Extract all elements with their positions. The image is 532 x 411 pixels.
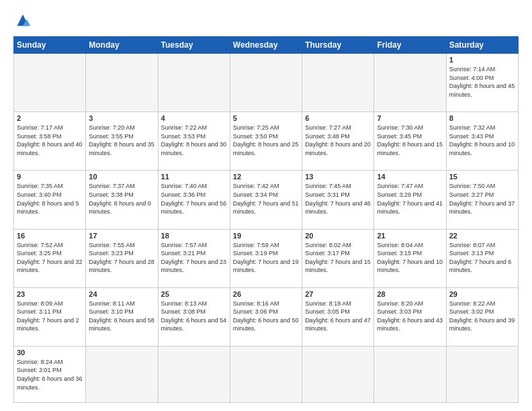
- day-number: 3: [89, 114, 154, 122]
- day-number: 12: [233, 173, 299, 181]
- day-number: 2: [17, 114, 83, 122]
- calendar-cell: 13Sunrise: 7:45 AMSunset: 3:31 PMDayligh…: [302, 171, 374, 229]
- weekday-header-tuesday: Tuesday: [158, 37, 230, 54]
- calendar-cell: 24Sunrise: 8:11 AMSunset: 3:10 PMDayligh…: [86, 287, 158, 346]
- weekday-header-wednesday: Wednesday: [230, 37, 302, 54]
- day-info: Sunrise: 7:42 AMSunset: 3:34 PMDaylight:…: [233, 182, 299, 216]
- calendar-week-row: 1Sunrise: 7:14 AMSunset: 4:00 PMDaylight…: [14, 54, 519, 112]
- calendar-week-row: 23Sunrise: 8:09 AMSunset: 3:11 PMDayligh…: [14, 287, 519, 346]
- day-number: 21: [377, 232, 443, 240]
- day-number: 30: [17, 349, 83, 357]
- day-info: Sunrise: 8:11 AMSunset: 3:10 PMDaylight:…: [89, 300, 154, 333]
- day-number: 4: [161, 114, 227, 122]
- day-info: Sunrise: 7:52 AMSunset: 3:25 PMDaylight:…: [17, 241, 83, 275]
- page: SundayMondayTuesdayWednesdayThursdayFrid…: [0, 0, 532, 411]
- logo-icon: [13, 11, 32, 30]
- calendar-cell: [446, 346, 518, 402]
- calendar-cell: [374, 54, 446, 112]
- calendar-cell: 15Sunrise: 7:50 AMSunset: 3:27 PMDayligh…: [446, 171, 518, 229]
- calendar-cell: 9Sunrise: 7:35 AMSunset: 3:40 PMDaylight…: [14, 171, 86, 229]
- calendar-cell: 2Sunrise: 7:17 AMSunset: 3:58 PMDaylight…: [14, 112, 86, 171]
- calendar-cell: 16Sunrise: 7:52 AMSunset: 3:25 PMDayligh…: [14, 229, 86, 287]
- calendar-cell: [86, 346, 158, 402]
- logo: [13, 11, 35, 30]
- day-info: Sunrise: 8:16 AMSunset: 3:06 PMDaylight:…: [233, 300, 299, 333]
- day-number: 22: [449, 232, 515, 240]
- weekday-header-monday: Monday: [86, 37, 158, 54]
- calendar-cell: [86, 54, 158, 112]
- day-info: Sunrise: 7:17 AMSunset: 3:58 PMDaylight:…: [17, 124, 83, 157]
- day-number: 24: [89, 290, 154, 298]
- day-info: Sunrise: 7:27 AMSunset: 3:48 PMDaylight:…: [305, 124, 371, 157]
- calendar-cell: 12Sunrise: 7:42 AMSunset: 3:34 PMDayligh…: [230, 171, 302, 229]
- calendar-cell: 18Sunrise: 7:57 AMSunset: 3:21 PMDayligh…: [158, 229, 230, 287]
- calendar-cell: 23Sunrise: 8:09 AMSunset: 3:11 PMDayligh…: [14, 287, 86, 346]
- day-number: 19: [233, 232, 299, 240]
- day-number: 27: [305, 290, 371, 298]
- day-info: Sunrise: 8:24 AMSunset: 3:01 PMDaylight:…: [17, 358, 83, 392]
- day-number: 25: [161, 290, 227, 298]
- calendar-cell: 25Sunrise: 8:13 AMSunset: 3:08 PMDayligh…: [158, 287, 230, 346]
- calendar-cell: 10Sunrise: 7:37 AMSunset: 3:38 PMDayligh…: [86, 171, 158, 229]
- day-info: Sunrise: 7:30 AMSunset: 3:45 PMDaylight:…: [377, 124, 443, 157]
- day-number: 26: [233, 290, 299, 298]
- calendar-cell: 22Sunrise: 8:07 AMSunset: 3:13 PMDayligh…: [446, 229, 518, 287]
- day-number: 18: [161, 232, 227, 240]
- day-info: Sunrise: 8:04 AMSunset: 3:15 PMDaylight:…: [377, 241, 443, 275]
- calendar-cell: 11Sunrise: 7:40 AMSunset: 3:36 PMDayligh…: [158, 171, 230, 229]
- calendar-cell: 26Sunrise: 8:16 AMSunset: 3:06 PMDayligh…: [230, 287, 302, 346]
- calendar-cell: [230, 346, 302, 402]
- day-number: 29: [449, 290, 515, 298]
- calendar-cell: 7Sunrise: 7:30 AMSunset: 3:45 PMDaylight…: [374, 112, 446, 171]
- day-info: Sunrise: 8:20 AMSunset: 3:03 PMDaylight:…: [377, 300, 443, 333]
- day-info: Sunrise: 7:50 AMSunset: 3:27 PMDaylight:…: [449, 182, 515, 216]
- day-number: 16: [17, 232, 83, 240]
- day-info: Sunrise: 7:20 AMSunset: 3:55 PMDaylight:…: [89, 124, 154, 157]
- calendar-cell: [158, 346, 230, 402]
- weekday-header-thursday: Thursday: [302, 37, 374, 54]
- day-info: Sunrise: 7:14 AMSunset: 4:00 PMDaylight:…: [449, 65, 515, 99]
- calendar-cell: 3Sunrise: 7:20 AMSunset: 3:55 PMDaylight…: [86, 112, 158, 171]
- calendar-cell: [14, 54, 86, 112]
- header: [13, 11, 519, 30]
- weekday-header-saturday: Saturday: [446, 37, 518, 54]
- day-number: 15: [449, 173, 515, 181]
- day-number: 11: [161, 173, 227, 181]
- day-info: Sunrise: 7:25 AMSunset: 3:50 PMDaylight:…: [233, 124, 299, 157]
- day-info: Sunrise: 7:59 AMSunset: 3:19 PMDaylight:…: [233, 241, 299, 275]
- day-number: 7: [377, 114, 443, 122]
- weekday-header-row: SundayMondayTuesdayWednesdayThursdayFrid…: [14, 37, 519, 54]
- day-number: 9: [17, 173, 83, 181]
- day-number: 8: [449, 114, 515, 122]
- day-number: 14: [377, 173, 443, 181]
- calendar-cell: [374, 346, 446, 402]
- day-number: 6: [305, 114, 371, 122]
- day-info: Sunrise: 8:09 AMSunset: 3:11 PMDaylight:…: [17, 300, 83, 333]
- calendar-cell: 20Sunrise: 8:02 AMSunset: 3:17 PMDayligh…: [302, 229, 374, 287]
- day-info: Sunrise: 8:22 AMSunset: 3:02 PMDaylight:…: [449, 300, 515, 333]
- calendar-cell: 8Sunrise: 7:32 AMSunset: 3:43 PMDaylight…: [446, 112, 518, 171]
- calendar-cell: 6Sunrise: 7:27 AMSunset: 3:48 PMDaylight…: [302, 112, 374, 171]
- calendar-week-row: 9Sunrise: 7:35 AMSunset: 3:40 PMDaylight…: [14, 171, 519, 229]
- calendar-cell: [230, 54, 302, 112]
- day-info: Sunrise: 7:45 AMSunset: 3:31 PMDaylight:…: [305, 182, 371, 216]
- calendar-cell: 1Sunrise: 7:14 AMSunset: 4:00 PMDaylight…: [446, 54, 518, 112]
- calendar-week-row: 30Sunrise: 8:24 AMSunset: 3:01 PMDayligh…: [14, 346, 519, 402]
- day-info: Sunrise: 7:22 AMSunset: 3:53 PMDaylight:…: [161, 124, 227, 157]
- calendar-cell: 4Sunrise: 7:22 AMSunset: 3:53 PMDaylight…: [158, 112, 230, 171]
- calendar-cell: 19Sunrise: 7:59 AMSunset: 3:19 PMDayligh…: [230, 229, 302, 287]
- calendar-cell: 28Sunrise: 8:20 AMSunset: 3:03 PMDayligh…: [374, 287, 446, 346]
- day-info: Sunrise: 7:55 AMSunset: 3:23 PMDaylight:…: [89, 241, 154, 275]
- calendar-week-row: 2Sunrise: 7:17 AMSunset: 3:58 PMDaylight…: [14, 112, 519, 171]
- calendar-cell: 21Sunrise: 8:04 AMSunset: 3:15 PMDayligh…: [374, 229, 446, 287]
- calendar-cell: [302, 54, 374, 112]
- day-number: 28: [377, 290, 443, 298]
- day-number: 10: [89, 173, 154, 181]
- day-info: Sunrise: 8:02 AMSunset: 3:17 PMDaylight:…: [305, 241, 371, 275]
- weekday-header-sunday: Sunday: [14, 37, 86, 54]
- day-number: 5: [233, 114, 299, 122]
- day-info: Sunrise: 7:35 AMSunset: 3:40 PMDaylight:…: [17, 182, 83, 216]
- calendar-week-row: 16Sunrise: 7:52 AMSunset: 3:25 PMDayligh…: [14, 229, 519, 287]
- calendar-cell: [158, 54, 230, 112]
- day-info: Sunrise: 8:07 AMSunset: 3:13 PMDaylight:…: [449, 241, 515, 275]
